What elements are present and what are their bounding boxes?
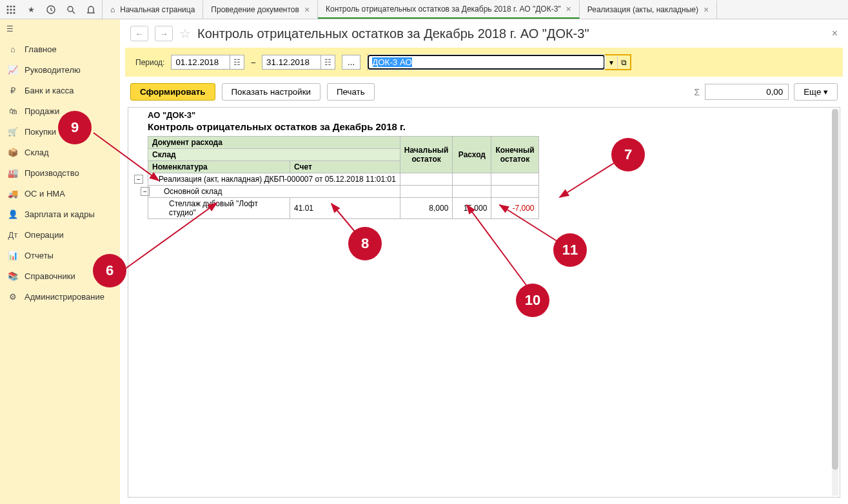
scrollbar[interactable] [832, 109, 838, 496]
popup-icon[interactable]: ⧉ [617, 55, 630, 69]
svg-point-7 [10, 12, 12, 14]
close-icon[interactable]: × [704, 5, 709, 15]
print-button[interactable]: Печать [327, 83, 375, 101]
settings-button[interactable]: Показать настройки [222, 83, 320, 101]
annotation-9: 9 [58, 111, 92, 144]
sidebar-label: Руководителю [25, 65, 81, 75]
filter-bar: Период: ☷ – ☷ ... ▾ ⧉ [125, 48, 843, 77]
tab-3[interactable]: Реализация (акты, накладные) × [580, 1, 717, 19]
row-end: -7,000 [491, 198, 538, 219]
report-table: Документ расхода Начальный остаток Расхо… [148, 136, 539, 219]
row-item[interactable]: Стеллаж дубовый "Лофт студио" [148, 198, 290, 219]
sidebar-item-box[interactable]: 📦Склад [0, 142, 120, 162]
sidebar-label: Зарплата и кадры [25, 209, 95, 219]
book-icon: 📚 [8, 271, 18, 281]
sidebar-item-ruble[interactable]: ₽Банк и касса [0, 80, 120, 101]
sidebar-label: Покупки [25, 127, 56, 137]
report-org: АО "ДОК-3" [148, 110, 820, 120]
org-select: ▾ ⧉ [367, 54, 631, 70]
svg-point-0 [6, 5, 8, 7]
top-toolbar: ★ ⌂ Начальная страница Проведение докуме… [0, 0, 848, 19]
form-button[interactable]: Сформировать [130, 83, 215, 101]
truck-icon: 🚚 [8, 188, 18, 199]
annotation-8: 8 [348, 227, 382, 260]
forward-button[interactable]: → [155, 26, 173, 41]
date-to-wrap: ☷ [262, 55, 335, 70]
sidebar-item-home[interactable]: ⌂Главное [0, 39, 120, 59]
period-label: Период: [135, 58, 164, 67]
close-icon[interactable]: × [566, 4, 571, 14]
col-sklad: Склад [148, 149, 400, 161]
expand-icon[interactable]: − [134, 175, 143, 184]
svg-point-4 [10, 8, 12, 10]
tabs: ⌂ Начальная страница Проведение документ… [103, 0, 848, 19]
bars-icon: 📊 [8, 250, 18, 260]
more-button[interactable]: Еще ▾ [794, 83, 838, 101]
menu-icon[interactable]: ☰ [0, 19, 120, 39]
bag-icon: 🛍 [8, 106, 18, 116]
tab-label: Реализация (акты, накладные) [587, 5, 698, 14]
row-doc[interactable]: − Реализация (акт, накладная) ДКБП-00000… [148, 173, 400, 186]
tab-home[interactable]: ⌂ Начальная страница [103, 1, 203, 19]
sidebar-label: Отчеты [25, 251, 54, 260]
annotation-11: 11 [553, 233, 587, 267]
home-icon: ⌂ [8, 44, 18, 54]
row-account: 41.01 [290, 198, 400, 219]
sidebar-label: Банк и касса [25, 86, 74, 95]
tab-2[interactable]: Контроль отрицательных остатков за Декаб… [318, 1, 580, 19]
sidebar-label: Производство [25, 168, 79, 178]
dropdown-icon[interactable]: ▾ [604, 55, 617, 69]
row-begin: 8,000 [400, 198, 453, 219]
col-doc: Документ расхода [148, 137, 400, 149]
tab-1[interactable]: Проведение документов × [203, 1, 318, 19]
sum-wrap: Σ Еще ▾ [695, 83, 838, 101]
col-exp: Расход [453, 137, 491, 173]
sidebar-item-chart[interactable]: 📈Руководителю [0, 59, 120, 80]
calendar-icon[interactable]: ☷ [320, 55, 335, 69]
expand-icon[interactable]: − [141, 187, 150, 196]
annotation-7: 7 [611, 138, 645, 171]
person-icon: 👤 [8, 209, 18, 219]
back-button[interactable]: ← [130, 26, 148, 41]
report-area: АО "ДОК-3" Контроль отрицательных остатк… [128, 107, 840, 498]
sum-input[interactable] [705, 84, 789, 100]
search-icon[interactable] [61, 1, 81, 19]
tab-label: Проведение документов [211, 5, 299, 14]
gear-icon: ⚙ [8, 291, 18, 302]
main: ← → ☆ Контроль отрицательных остатков за… [120, 19, 848, 504]
row-sklad[interactable]: − Основной склад [148, 186, 400, 198]
tab-label: Начальная страница [120, 5, 195, 14]
sidebar-item-ops[interactable]: ДтОперации [0, 224, 120, 245]
favorite-icon[interactable]: ☆ [179, 26, 191, 41]
ops-icon: Дт [8, 229, 18, 240]
col-begin: Начальный остаток [400, 137, 453, 173]
close-icon[interactable]: × [304, 5, 310, 15]
org-input[interactable] [368, 55, 604, 69]
sum-icon: Σ [695, 87, 700, 97]
period-picker-button[interactable]: ... [342, 55, 360, 70]
col-end: Конечный остаток [491, 137, 538, 173]
row-exp: 15,000 [453, 198, 491, 219]
date-from-input[interactable] [172, 55, 230, 69]
sidebar-item-factory[interactable]: 🏭Производство [0, 162, 120, 183]
svg-point-1 [10, 5, 12, 7]
star-icon[interactable]: ★ [21, 1, 41, 19]
cart-icon: 🛒 [8, 126, 18, 137]
sidebar-item-gear[interactable]: ⚙Администрирование [0, 286, 120, 307]
close-icon[interactable]: × [832, 28, 838, 39]
history-icon[interactable] [41, 1, 61, 19]
bell-icon[interactable] [81, 1, 101, 19]
toolbar-icons: ★ [0, 0, 103, 19]
annotation-6: 6 [93, 254, 126, 287]
sidebar-item-truck[interactable]: 🚚ОС и НМА [0, 183, 120, 204]
col-acc: Счет [290, 161, 400, 173]
sidebar-item-person[interactable]: 👤Зарплата и кадры [0, 204, 120, 224]
sidebar-label: Склад [25, 148, 49, 157]
apps-icon[interactable] [1, 1, 21, 19]
svg-point-10 [68, 6, 73, 12]
date-to-input[interactable] [262, 55, 320, 69]
calendar-icon[interactable]: ☷ [230, 55, 244, 69]
report-title: Контроль отрицательных остатков за Декаб… [148, 120, 820, 133]
sidebar-label: Продажи [25, 106, 59, 116]
svg-point-8 [13, 12, 15, 14]
